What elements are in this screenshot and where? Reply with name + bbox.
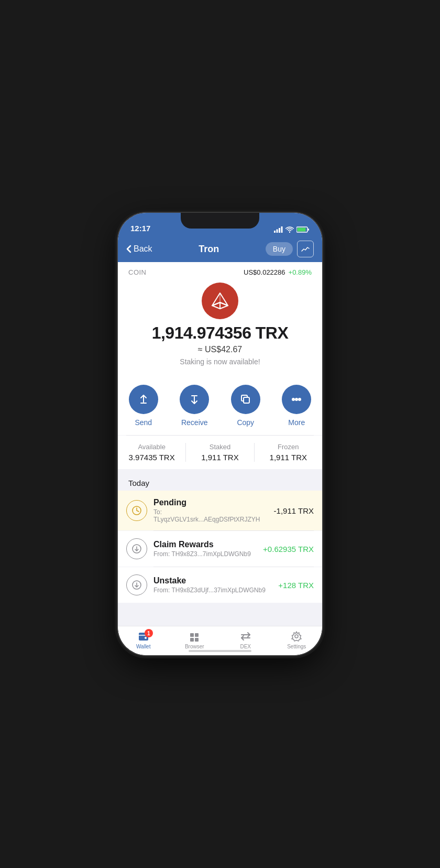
- tab-dex[interactable]: DEX: [220, 630, 271, 649]
- price-row: US$0.022286 +0.89%: [244, 268, 312, 276]
- svg-point-31: [295, 635, 298, 638]
- tab-settings-label: Settings: [287, 644, 306, 649]
- more-icon: [291, 394, 302, 405]
- back-label: Back: [134, 244, 152, 254]
- svg-point-24: [145, 637, 147, 639]
- unstake-icon: [131, 580, 142, 590]
- send-label: Send: [135, 418, 152, 427]
- stat-staked-label: Staked: [186, 443, 254, 451]
- copy-label: Copy: [237, 418, 254, 427]
- tx-pending[interactable]: Pending To: TLyqzVGLV1srk...AEqgDSfPtXRJ…: [118, 491, 322, 530]
- svg-rect-25: [190, 633, 194, 637]
- wifi-icon: [285, 226, 294, 233]
- download-icon: [131, 544, 142, 554]
- coin-change: +0.89%: [289, 268, 312, 276]
- tx-claim-subtitle: From: TH9x8Z3...7imXpLDWGNb9: [153, 550, 257, 558]
- stats-row: Available 3.97435 TRX Staked 1,911 TRX F…: [118, 436, 322, 469]
- tx-claim-rewards[interactable]: Claim Rewards From: TH9x8Z3...7imXpLDWGN…: [118, 531, 322, 567]
- svg-point-16: [292, 398, 294, 400]
- settings-icon: [291, 631, 302, 642]
- svg-rect-27: [190, 638, 194, 642]
- svg-rect-28: [195, 638, 199, 642]
- coin-price: US$0.022286: [244, 268, 285, 276]
- tx-unstake[interactable]: Unstake From: TH9x8Z3dUjf...37imXpLDWGNb…: [118, 567, 322, 603]
- more-button[interactable]: More: [282, 385, 311, 427]
- svg-rect-1: [277, 230, 278, 233]
- stat-staked-value: 1,911 TRX: [186, 453, 254, 462]
- stat-staked: Staked 1,911 TRX: [186, 443, 254, 462]
- tx-pending-icon-circle: [126, 500, 147, 521]
- svg-rect-5: [308, 229, 309, 231]
- back-button[interactable]: Back: [126, 244, 152, 254]
- receive-button[interactable]: Receive: [180, 385, 209, 427]
- copy-icon-circle: [231, 385, 260, 414]
- svg-point-18: [299, 398, 301, 400]
- svg-point-17: [295, 398, 298, 400]
- tx-pending-details: Pending To: TLyqzVGLV1srk...AEqgDSfPtXRJ…: [153, 498, 268, 523]
- coin-label: COIN: [128, 268, 147, 276]
- tab-settings[interactable]: Settings: [271, 630, 323, 649]
- tx-pending-subtitle: To: TLyqzVGLV1srk...AEqgDSfPtXRJZYH: [153, 508, 268, 523]
- staking-notice: Staking is now available!: [128, 357, 312, 366]
- nav-bar: Back Tron Buy: [118, 236, 322, 262]
- tab-wallet[interactable]: 1 Wallet: [118, 630, 169, 649]
- tab-wallet-label: Wallet: [136, 644, 150, 649]
- svg-rect-15: [244, 397, 249, 403]
- svg-rect-26: [195, 633, 199, 637]
- home-indicator: [189, 650, 251, 652]
- status-time: 12:17: [130, 224, 150, 233]
- stat-available-value: 3.97435 TRX: [118, 453, 185, 462]
- more-icon-circle: [282, 385, 311, 414]
- tx-unstake-title: Unstake: [153, 576, 272, 585]
- balance-usd: ≈ US$42.67: [128, 345, 312, 354]
- nav-actions: Buy: [266, 241, 314, 257]
- tab-dex-icon-wrap: [238, 630, 253, 643]
- tab-dex-label: DEX: [240, 644, 251, 649]
- stat-frozen: Frozen 1,911 TRX: [255, 443, 322, 462]
- receive-icon-circle: [180, 385, 209, 414]
- tab-settings-icon-wrap: [289, 630, 304, 643]
- send-button[interactable]: Send: [129, 385, 158, 427]
- action-buttons: Send Receive: [118, 383, 322, 435]
- token-logo: [202, 283, 238, 319]
- buy-button[interactable]: Buy: [266, 242, 293, 256]
- tab-browser-label: Browser: [185, 644, 204, 649]
- tx-unstake-subtitle: From: TH9x8Z3dUjf...37imXpLDWGNb9: [153, 587, 272, 594]
- main-content: COIN US$0.022286 +0.89%: [118, 262, 322, 626]
- tx-claim-title: Claim Rewards: [153, 540, 257, 549]
- section-gap: [118, 469, 322, 473]
- svg-rect-6: [298, 228, 306, 232]
- chart-icon: [301, 246, 310, 252]
- copy-button[interactable]: Copy: [231, 385, 260, 427]
- tab-browser[interactable]: Browser: [169, 630, 221, 649]
- signal-icon: [274, 226, 283, 233]
- tx-claim-icon-circle: [126, 538, 147, 559]
- chart-button[interactable]: [297, 241, 314, 257]
- coin-label-row: COIN US$0.022286 +0.89%: [128, 268, 312, 276]
- stat-available: Available 3.97435 TRX: [118, 443, 186, 462]
- tab-wallet-icon-wrap: 1: [136, 630, 151, 643]
- send-icon-circle: [129, 385, 158, 414]
- receive-label: Receive: [181, 418, 208, 427]
- page-title: Tron: [199, 244, 219, 255]
- coin-header-section: COIN US$0.022286 +0.89%: [118, 262, 322, 383]
- stat-frozen-label: Frozen: [255, 443, 322, 451]
- svg-rect-2: [279, 228, 280, 233]
- today-label: Today: [118, 473, 322, 491]
- copy-icon: [240, 394, 251, 405]
- stat-frozen-value: 1,911 TRX: [255, 453, 322, 462]
- tab-browser-icon-wrap: [187, 630, 202, 643]
- browser-icon: [189, 631, 200, 642]
- token-logo-container: [128, 283, 312, 319]
- more-label: More: [288, 418, 305, 427]
- tx-claim-amount: +0.62935 TRX: [263, 545, 314, 554]
- back-chevron-icon: [126, 245, 131, 253]
- stat-available-label: Available: [118, 443, 185, 451]
- dex-icon: [240, 631, 251, 642]
- status-icons: [274, 226, 310, 233]
- tx-pending-amount: -1,911 TRX: [274, 506, 314, 515]
- tx-unstake-amount: +128 TRX: [278, 581, 314, 590]
- balance-amount: 1,914.974356 TRX: [128, 323, 312, 343]
- tx-unstake-icon-circle: [126, 574, 147, 595]
- tab-wallet-badge: 1: [145, 629, 153, 637]
